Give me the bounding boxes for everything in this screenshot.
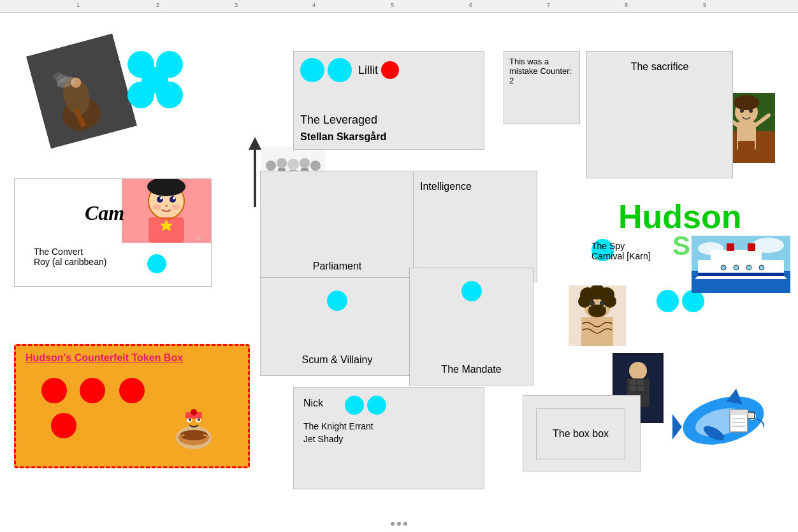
cyan-circle-lev1	[300, 58, 324, 82]
nick-box: Nick The Knight Errant Jet Shady	[293, 387, 484, 489]
svg-point-18	[152, 205, 161, 210]
spy-label: The Spy Carnival [Karn]	[591, 241, 651, 261]
ruler-tick-2: 2	[156, 2, 159, 8]
cyan-circle-4	[156, 82, 183, 108]
leveraged-title: The Leveraged	[300, 113, 377, 127]
sacrifice-box: The sacrifice	[586, 51, 733, 178]
ruler-tick-5: 5	[391, 2, 394, 8]
boxbox-inner: The box box	[536, 408, 625, 459]
intelligence-label: Intelligence	[420, 181, 472, 192]
svg-rect-133	[698, 273, 784, 276]
svg-point-36	[277, 158, 287, 168]
parliament-label: Parliament	[261, 261, 414, 272]
bottom-dots	[391, 522, 407, 526]
ruler-tick-7: 7	[547, 2, 550, 8]
svg-rect-146	[730, 410, 748, 415]
convert-title: The Convert Roy (al caribbean)	[34, 247, 106, 267]
svg-point-129	[746, 265, 751, 270]
intelligence-box: Intelligence	[413, 171, 537, 282]
cyan-circle-nick1	[345, 396, 364, 415]
boxbox-label: The box box	[553, 428, 609, 440]
svg-point-69	[740, 109, 744, 113]
red-circle-1	[41, 378, 67, 403]
svg-point-16	[173, 197, 175, 199]
nick-cyan-circles	[345, 396, 386, 415]
cyan-circle-spy3	[682, 290, 704, 312]
ruler-tick-9: 9	[703, 2, 706, 8]
red-circle-3	[119, 378, 145, 403]
svg-rect-132	[748, 243, 755, 251]
svg-point-115	[604, 295, 616, 308]
svg-rect-119	[581, 317, 613, 346]
cyan-circle-nick2	[367, 396, 386, 415]
ruler: 1 2 3 4 5 6 7 8 9	[0, 0, 798, 13]
red-circle-4	[51, 413, 76, 438]
mandate-label: The Mandate	[410, 364, 533, 375]
person-photo	[569, 285, 626, 346]
canvas: CN Cam The Convert Roy (al caribbean) Hu…	[0, 13, 798, 532]
arrow-head	[249, 137, 261, 150]
leveraged-header: Lillit	[300, 58, 399, 82]
red-circle-lev	[381, 61, 399, 79]
scum-box: Scum & Villainy	[260, 277, 414, 376]
sacrifice-label: The sacrifice	[587, 61, 732, 73]
svg-point-130	[759, 265, 764, 270]
ruler-tick-4: 4	[312, 2, 316, 8]
svg-rect-131	[727, 243, 734, 251]
svg-point-28	[198, 419, 200, 421]
cyan-circle-lev2	[328, 58, 352, 82]
parliament-box: Parliament Here's the SITUATION	[260, 171, 414, 282]
svg-point-114	[578, 295, 591, 308]
mandate-box: The Mandate	[409, 268, 533, 385]
svg-point-34	[266, 161, 276, 171]
svg-point-19	[171, 205, 180, 210]
svg-rect-61	[637, 386, 644, 391]
svg-rect-73	[738, 141, 755, 154]
svg-marker-125	[695, 276, 787, 279]
ruler-tick-8: 8	[625, 2, 628, 8]
svg-point-127	[721, 265, 726, 270]
svg-rect-59	[637, 380, 644, 385]
ruler-tick-1: 1	[76, 2, 80, 8]
leveraged-actor: Stellan Skarsgård	[300, 131, 386, 143]
svg-point-17	[165, 205, 168, 207]
nick-name: Nick	[303, 398, 323, 408]
nick-header: Nick	[303, 398, 323, 409]
svg-point-30	[191, 409, 197, 415]
scum-label: Scum & Villainy	[261, 354, 414, 366]
ruler-tick-3: 3	[235, 2, 238, 8]
nick-title: The Knight Errant	[303, 421, 374, 431]
red-circle-2	[80, 378, 105, 403]
rotated-photo	[26, 33, 137, 148]
svg-point-68	[734, 95, 759, 110]
token-box: Hudson's Counterfeit Token Box	[14, 344, 250, 468]
cyan-circle-scum	[327, 291, 347, 311]
cyan-circle-spy2	[657, 290, 679, 312]
nick-alias: Jet Shady	[303, 434, 343, 444]
svg-point-56	[629, 362, 647, 380]
arrow-body	[254, 150, 256, 207]
svg-point-70	[749, 109, 753, 113]
token-box-title: Hudson's Counterfeit Token Box	[25, 352, 183, 364]
svg-point-13	[157, 196, 163, 203]
svg-point-40	[300, 158, 310, 168]
spy-cyan-circles	[657, 290, 704, 312]
svg-point-15	[160, 197, 163, 199]
svg-marker-136	[672, 414, 682, 440]
bottom-dot-1	[391, 522, 395, 526]
cruise-img	[692, 236, 790, 293]
svg-rect-58	[630, 380, 636, 385]
arrow-up	[249, 137, 261, 207]
svg-point-42	[310, 161, 321, 171]
svg-point-14	[170, 196, 176, 203]
svg-rect-60	[630, 386, 636, 391]
mistake-text: This was a mistake Counter: 2	[509, 57, 572, 85]
bottom-dot-3	[403, 522, 407, 526]
ruler-tick-6: 6	[469, 2, 472, 8]
bottom-dot-2	[397, 522, 401, 526]
svg-text:CN: CN	[195, 236, 201, 240]
svg-point-128	[734, 265, 739, 270]
mistake-box: This was a mistake Counter: 2	[504, 51, 580, 124]
convert-name: Cam	[85, 201, 124, 225]
svg-rect-126	[711, 250, 762, 261]
